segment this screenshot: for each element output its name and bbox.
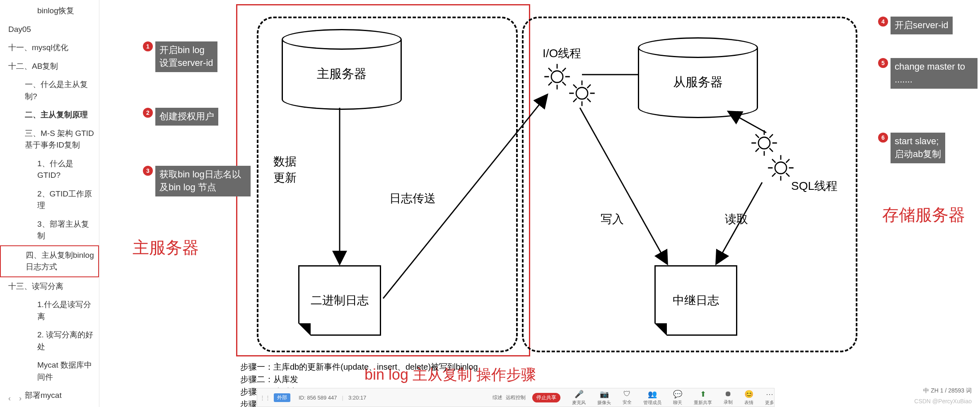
mic-icon: 🎤 — [574, 390, 584, 399]
sidebar-item[interactable]: 二、主从复制原理 — [0, 106, 99, 124]
chat-button[interactable]: 💬聊天 — [673, 390, 682, 406]
write-label: 写入 — [601, 211, 624, 227]
master-db-label: 主服务器 — [317, 65, 367, 82]
annotation-text: 开启bin log 设置server-id — [155, 41, 217, 72]
more-icon: ⋯ — [766, 390, 773, 399]
security-button[interactable]: 🛡安全 — [623, 390, 632, 405]
step-1: 步骤一：主库db的更新事件(update、insert、delete)被写到bi… — [240, 361, 478, 373]
badge-6: 6 — [878, 133, 888, 143]
sidebar-item[interactable]: 十二、AB复制 — [0, 57, 99, 76]
badge-2: 2 — [143, 108, 153, 118]
annotation-text: change master to ....... — [891, 58, 978, 89]
sidebar-item[interactable]: 1、什么是GTID? — [0, 155, 99, 185]
meeting-time: 3:20:17 — [348, 395, 366, 401]
sidebar-item[interactable]: Day05 — [0, 20, 99, 39]
relay-log-label: 中继日志 — [673, 292, 719, 308]
status-bar-right: 中 ZH 1 / 28593 词 — [923, 387, 972, 395]
annotation-text: 获取bin log日志名以及bin log 节点 — [155, 166, 251, 196]
annotation-text: 创建授权用户 — [155, 108, 218, 126]
emoji-button[interactable]: 😊表情 — [744, 390, 753, 406]
annotation-5: 5 change master to ....... — [878, 58, 978, 89]
toolbar-label[interactable]: 远程控制 — [506, 394, 526, 401]
sidebar: binlog恢复 Day05 十一、mysql优化 十二、AB复制 一、什么是主… — [0, 0, 99, 407]
io-thread-label: I/O线程 — [543, 46, 581, 61]
log-transfer-label: 日志传送 — [389, 191, 436, 206]
record-button[interactable]: ⏺录制 — [724, 390, 733, 405]
stop-share-button[interactable]: 停止共享 — [532, 393, 560, 402]
badge-3: 3 — [143, 166, 153, 176]
binlog-document: 二进制日志 — [298, 265, 381, 336]
nav-next-icon[interactable]: › — [19, 394, 22, 403]
step-2: 步骤二：从库发 — [240, 373, 478, 385]
sidebar-item[interactable]: 1.什么是读写分离 — [0, 296, 99, 326]
meeting-id: ID: 856 589 447 — [299, 395, 337, 401]
svg-point-0 — [551, 71, 563, 82]
slave-db-label: 从服务器 — [673, 74, 723, 91]
sidebar-item[interactable]: 三、M-S 架构 GTID 基于事务ID复制 — [0, 124, 99, 155]
record-icon: ⏺ — [724, 390, 732, 398]
sidebar-item[interactable]: 2. 读写分离的好处 — [0, 326, 99, 356]
sidebar-item[interactable]: 配置schema.xml — [0, 405, 99, 407]
sidebar-item-active[interactable]: 四、主从复制binlog日志方式 — [0, 245, 99, 277]
io-gear-icon — [567, 79, 596, 108]
annotation-6: 6 start slave; 启动ab复制 — [878, 133, 945, 163]
more-button[interactable]: ⋯更多 — [765, 390, 774, 406]
badge-4: 4 — [878, 17, 888, 27]
master-db-cylinder: 主服务器 — [282, 29, 402, 110]
read-label: 读取 — [725, 211, 748, 227]
sql-thread-label: SQL线程 — [791, 178, 838, 194]
toolbar-label[interactable]: 综述 — [492, 394, 502, 401]
mic-button[interactable]: 🎤麦克风 — [572, 390, 586, 406]
relay-log-document: 中继日志 — [654, 265, 737, 336]
nav-prev-icon[interactable]: ‹ — [8, 394, 11, 403]
annotation-4: 4 开启server-id — [878, 17, 953, 34]
annotation-3: 3 获取bin log日志名以及bin log 节点 — [143, 166, 251, 196]
storage-red-label: 存储服务器 — [882, 203, 965, 226]
external-tag: 外部 — [274, 393, 290, 402]
annotation-text: start slave; 启动ab复制 — [891, 133, 945, 163]
nav-arrows: ‹ › — [8, 394, 22, 403]
svg-point-2 — [758, 137, 770, 149]
watermark: CSDN @PercyXuBiao — [914, 398, 972, 405]
master-red-label: 主服务器 — [133, 236, 199, 259]
sidebar-item[interactable]: 十三、读写分离 — [0, 277, 99, 296]
slave-db-cylinder: 从服务器 — [638, 37, 758, 118]
sidebar-item[interactable]: 十一、mysql优化 — [0, 39, 99, 57]
badge-1: 1 — [143, 41, 153, 51]
annotation-text: 开启server-id — [891, 17, 953, 34]
binlog-label: 二进制日志 — [311, 292, 369, 308]
camera-button[interactable]: 📷摄像头 — [597, 390, 611, 406]
chat-icon: 💬 — [673, 390, 682, 399]
annotation-1: 1 开启bin log 设置server-id — [143, 41, 217, 72]
svg-point-1 — [576, 87, 588, 99]
meeting-toolbar: ⋮⋮ 外部 ID: 856 589 447 | 3:20:17 综述 远程控制 … — [257, 388, 775, 407]
emoji-icon: 😊 — [744, 390, 753, 399]
diagram-canvas: 主服务器 从服务器 二进制日志 中继日志 — [108, 0, 978, 407]
sidebar-item[interactable]: 一、什么是主从复制? — [0, 75, 99, 106]
reshare-button[interactable]: ⬆重新共享 — [694, 390, 712, 406]
shield-icon: 🛡 — [623, 390, 631, 398]
badge-5: 5 — [878, 58, 888, 68]
annotation-2: 2 创建授权用户 — [143, 108, 218, 126]
sidebar-item[interactable]: 2、GTID工作原理 — [0, 185, 99, 215]
members-button[interactable]: 👥管理成员 — [643, 390, 661, 406]
share-icon: ⬆ — [700, 390, 706, 399]
members-icon: 👥 — [648, 390, 657, 399]
sidebar-item[interactable]: Mycat 数据库中间件 — [0, 356, 99, 386]
sidebar-item[interactable]: binlog恢复 — [0, 2, 99, 20]
camera-icon: 📷 — [600, 390, 609, 399]
svg-point-3 — [775, 162, 787, 174]
sidebar-item[interactable]: 3、部署主从复制 — [0, 215, 99, 245]
data-update-label: 数据更新 — [273, 153, 298, 186]
